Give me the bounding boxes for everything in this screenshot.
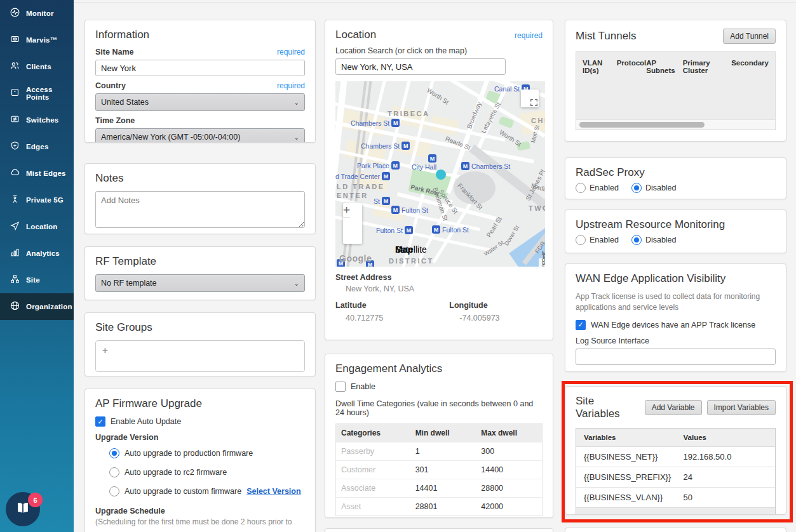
table-row[interactable]: {{BUSINESS_NET}} 192.168.50.0 <box>576 446 775 467</box>
add-variable-button[interactable]: Add Variable <box>645 400 702 415</box>
sidebar-item-clients[interactable]: Clients <box>0 53 74 80</box>
sidebar-item-site[interactable]: Site <box>0 267 74 293</box>
mist-tunnels-table: VLAN ID(s) Protocol AP Subnets Primary C… <box>576 51 776 130</box>
sidebar-item-location[interactable]: Location <box>0 213 74 240</box>
required-flag: required <box>277 48 305 57</box>
subway-m-icon: M <box>401 142 410 150</box>
map-transit-label: M Fulton St <box>432 225 469 234</box>
table-row[interactable]: {{BUSINESS_VLAN}} 50 <box>576 487 775 507</box>
site-name-input[interactable] <box>95 60 305 76</box>
engagement-enable-label: Enable <box>351 382 375 391</box>
map[interactable]: TRIBECA CHI LD TRADE ENTER TWO DISTRICT … <box>335 81 545 267</box>
upstream-monitoring-card: Upstream Resource Monitoring Enabled Dis… <box>565 209 786 253</box>
import-variables-button[interactable]: Import Variables <box>707 400 776 415</box>
chevron-down-icon: ⌄ <box>294 280 299 287</box>
upgrade-schedule-note: (Scheduling for the first time must be d… <box>95 517 305 526</box>
add-tunnel-button[interactable]: Add Tunnel <box>723 29 776 44</box>
sidebar-item-private-5g[interactable]: Private 5G <box>0 187 74 213</box>
engagement-enable-checkbox[interactable] <box>335 382 346 392</box>
site-groups-box[interactable]: + <box>95 340 305 372</box>
select-version-link[interactable]: Select Version <box>246 487 300 496</box>
app-track-license-label: WAN Edge devices have an APP Track licen… <box>591 321 755 329</box>
edges-icon <box>10 140 20 154</box>
sidebar: Monitor Marvis™ Clients Access Points Sw… <box>0 0 74 532</box>
private-5g-icon <box>10 194 20 207</box>
card-title: Site Groups <box>95 321 305 334</box>
notes-textarea[interactable] <box>95 191 305 228</box>
table-row[interactable]: {{BUSINESS_PREFIX}} 24 <box>576 467 775 487</box>
sidebar-item-organization[interactable]: Organization <box>0 293 74 320</box>
sidebar-item-label: Monitor <box>26 10 54 17</box>
sidebar-item-mist-edges[interactable]: Mist Edges <box>0 160 74 187</box>
street-address-value: New York, NY, USA <box>346 284 543 293</box>
rf-template-card: RF Template No RF template⌄ <box>84 246 316 300</box>
street-address-label: Street Address <box>335 273 543 282</box>
custom-firmware-radio[interactable] <box>109 486 119 496</box>
sidebar-item-label: Private 5G <box>26 196 64 204</box>
sidebar-item-edges[interactable]: Edges <box>0 133 74 160</box>
sidebar-item-label: Edges <box>26 143 49 150</box>
site-variables-table: Variables Values {{BUSINESS_NET}} 192.16… <box>576 428 776 515</box>
enable-auto-update-checkbox[interactable] <box>95 416 105 427</box>
sidebar-item-analytics[interactable]: Analytics <box>0 240 74 267</box>
top-divider <box>74 2 796 3</box>
app-track-license-checkbox[interactable] <box>576 320 586 330</box>
timezone-label: Time Zone <box>95 116 135 125</box>
sidebar-item-label: Access Points <box>26 86 74 101</box>
card-title: Upstream Resource Monitoring <box>576 218 776 231</box>
timezone-select[interactable]: America/New York (GMT -05:00/-04:00)⌄ <box>95 128 305 143</box>
latitude-value: 40.712775 <box>346 314 449 323</box>
radsec-enabled-radio[interactable] <box>576 183 586 193</box>
card-title: RadSec Proxy <box>576 166 776 179</box>
card-title: AP Firmware Upgrade <box>95 397 305 410</box>
card-title: Site Variables <box>576 395 640 420</box>
ap-firmware-upgrade-card: AP Firmware Upgrade Enable Auto Update U… <box>84 389 316 532</box>
chevron-down-icon: ⌄ <box>294 99 299 106</box>
site-configuration-page: Monitor Marvis™ Clients Access Points Sw… <box>0 0 796 532</box>
map-zoom-control: + − <box>343 203 362 244</box>
marvis-icon <box>10 34 20 47</box>
country-select[interactable]: United States⌄ <box>95 93 305 111</box>
terms-of-use-link[interactable]: Terms of Use <box>542 253 545 267</box>
sidebar-item-label: Organization <box>26 303 72 310</box>
table-row: Associate 14401 28800 <box>336 479 542 497</box>
subway-m-icon: M <box>391 119 400 127</box>
sidebar-item-access-points[interactable]: Access Points <box>0 80 74 107</box>
clients-icon <box>10 60 20 74</box>
subway-m-icon: M <box>391 206 400 214</box>
table-header-row: Categories Min dwell Max dwell <box>336 424 542 442</box>
map-transit-label: d Trade Center M <box>335 172 390 180</box>
sidebar-item-label: Clients <box>26 63 51 70</box>
card-title: RF Template <box>95 255 305 268</box>
app-track-description: App Track license is used to collect dat… <box>576 291 776 314</box>
zoom-out-button[interactable]: − <box>343 203 350 217</box>
sidebar-item-monitor[interactable]: Monitor <box>0 0 74 27</box>
google-logo[interactable]: Google <box>339 253 372 263</box>
radsec-disabled-radio[interactable] <box>631 183 642 193</box>
rf-template-select[interactable]: No RF template⌄ <box>95 274 305 292</box>
add-site-group-icon[interactable]: + <box>102 345 108 356</box>
log-source-label: Log Source Interface <box>576 336 776 345</box>
location-search-input[interactable] <box>335 58 506 75</box>
table-row: Customer 301 14400 <box>336 460 542 479</box>
card-title: Information <box>95 29 305 41</box>
notification-badge[interactable]: 6 <box>28 493 43 507</box>
scrollbar-thumb[interactable] <box>579 122 705 128</box>
upstream-enabled-radio[interactable] <box>576 235 586 245</box>
sidebar-item-marvis[interactable]: Marvis™ <box>0 27 74 53</box>
location-card: Location required Location Search (or cl… <box>325 20 553 340</box>
map-fullscreen-button[interactable] <box>521 90 539 107</box>
partial-card <box>325 528 553 532</box>
subway-m-icon: M <box>432 225 440 234</box>
sidebar-item-switches[interactable]: Switches <box>0 107 74 133</box>
production-firmware-radio[interactable] <box>109 448 119 458</box>
satellite-button[interactable]: Satellite <box>386 241 436 258</box>
upstream-disabled-radio[interactable] <box>631 235 642 245</box>
switches-icon <box>10 114 20 127</box>
upgrade-schedule-label: Upgrade Schedule <box>95 507 305 515</box>
log-source-input[interactable] <box>576 349 776 365</box>
dwell-time-note: Dwell Time Categories (value in seconds … <box>335 399 543 417</box>
table-row: Passerby 1 300 <box>336 442 542 460</box>
rc2-firmware-radio[interactable] <box>109 467 119 477</box>
site-variables-card: Site Variables Add Variable Import Varia… <box>565 386 786 515</box>
